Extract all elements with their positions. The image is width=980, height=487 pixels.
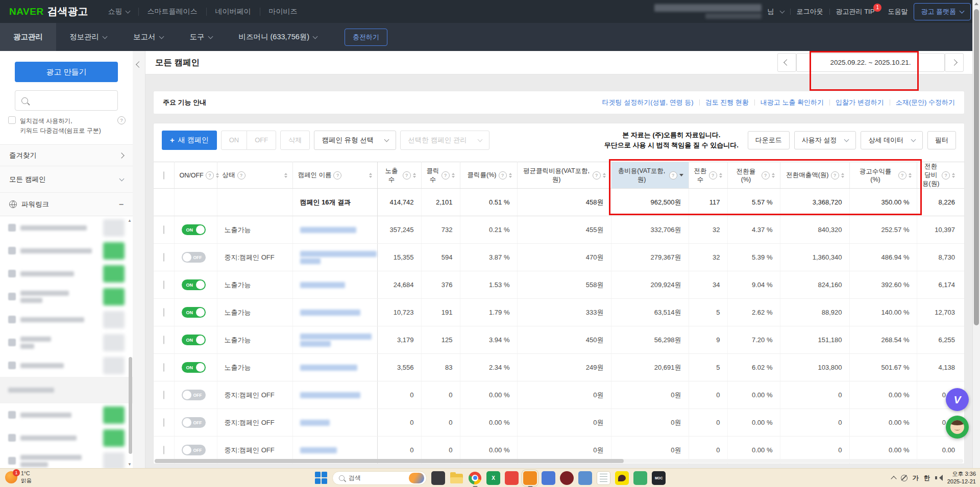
- help-icon[interactable]: ?: [593, 171, 601, 180]
- campaign-toggle-redacted[interactable]: [103, 219, 125, 237]
- collapse-minus-icon[interactable]: −: [119, 200, 124, 209]
- onoff-toggle[interactable]: OFF: [182, 417, 206, 428]
- campaign-list-item[interactable]: [0, 403, 133, 426]
- media-red-icon[interactable]: [560, 471, 574, 485]
- help-icon[interactable]: ?: [499, 171, 507, 180]
- feature-link[interactable]: 소재(문안) 수정하기: [896, 98, 955, 107]
- scroll-up-icon[interactable]: ▲: [128, 218, 132, 223]
- sidebar-scrollbar-thumb[interactable]: [129, 357, 132, 454]
- off-button[interactable]: OFF: [247, 131, 276, 150]
- campaign-list-item[interactable]: [0, 354, 133, 377]
- row-checkbox[interactable]: [163, 336, 164, 344]
- row-checkbox[interactable]: [163, 391, 164, 399]
- campaign-toggle-redacted[interactable]: [103, 406, 125, 424]
- help-icon[interactable]: ?: [403, 171, 411, 180]
- menu-item-비즈머니 (633,756원)[interactable]: 비즈머니 (633,756원): [226, 23, 331, 51]
- campaign-toggle-redacted[interactable]: [103, 242, 125, 260]
- sidebar-item-powerlink[interactable]: 파워링크 −: [0, 192, 133, 216]
- help-icon[interactable]: ?: [709, 171, 717, 180]
- campaign-list-item[interactable]: [0, 331, 133, 354]
- select-all-checkbox[interactable]: [163, 171, 164, 180]
- gnb-item-쇼핑[interactable]: 쇼핑: [100, 8, 138, 16]
- help-icon[interactable]: ?: [898, 171, 906, 180]
- help-icon[interactable]: ?: [942, 171, 950, 180]
- logout-link[interactable]: 로그아웃: [797, 7, 823, 16]
- feature-link[interactable]: 내광고 노출 확인하기: [761, 98, 824, 107]
- row-campaign-name-redacted[interactable]: [292, 271, 377, 299]
- chat-widget-v[interactable]: V: [946, 388, 969, 411]
- ad-platform-button[interactable]: 광고 플랫폼: [914, 3, 971, 20]
- row-checkbox[interactable]: [163, 363, 164, 372]
- campaign-toggle-redacted[interactable]: [103, 452, 125, 469]
- help-icon[interactable]: ?: [117, 116, 126, 124]
- ime-han-indicator[interactable]: 한: [924, 474, 930, 482]
- volume-icon[interactable]: [935, 475, 942, 481]
- user-settings-select[interactable]: 사용자 설정: [794, 131, 856, 149]
- new-campaign-button[interactable]: + 새 캠페인: [162, 131, 217, 150]
- row-checkbox[interactable]: [163, 253, 164, 262]
- feature-link[interactable]: 입찰가 변경하기: [836, 98, 884, 107]
- horizontal-scrollbar[interactable]: [155, 459, 963, 463]
- help-icon[interactable]: ?: [669, 171, 677, 180]
- ad-tip-link[interactable]: 광고관리 TIP 1: [836, 7, 882, 16]
- taskbar-search[interactable]: 검색: [332, 471, 427, 485]
- taskbar-weather[interactable]: 1 1°C 맑음: [5, 470, 32, 484]
- row-campaign-name-redacted[interactable]: [292, 381, 377, 409]
- settings-icon[interactable]: [578, 471, 592, 485]
- sort-icon[interactable]: [909, 173, 912, 178]
- gnb-item-네이버페이[interactable]: 네이버페이: [206, 8, 260, 16]
- campaign-toggle-redacted[interactable]: [103, 288, 125, 305]
- on-button[interactable]: ON: [221, 131, 248, 150]
- sort-icon[interactable]: [772, 173, 775, 178]
- menu-item-정보관리[interactable]: 정보관리: [56, 23, 120, 51]
- campaign-toggle-redacted[interactable]: [103, 311, 125, 328]
- pdf-app-icon[interactable]: [505, 471, 519, 485]
- campaign-toggle-redacted[interactable]: [103, 429, 125, 447]
- scrollbar-up-arrow[interactable]: [974, 3, 978, 5]
- onoff-toggle[interactable]: OFF: [182, 252, 206, 263]
- sort-icon[interactable]: [841, 173, 844, 178]
- page-scrollbar-thumb[interactable]: [974, 9, 979, 325]
- sidebar-item-favorites[interactable]: 즐겨찾기: [0, 144, 133, 166]
- chat-widget-face[interactable]: [946, 416, 969, 439]
- row-campaign-name-redacted[interactable]: [292, 354, 377, 381]
- campaign-group-item[interactable]: [0, 377, 133, 403]
- privacy-eye-icon[interactable]: [901, 475, 908, 481]
- feature-link[interactable]: 검토 진행 현황: [705, 98, 749, 107]
- row-campaign-name-redacted[interactable]: [292, 244, 377, 271]
- sidebar-item-all-campaigns[interactable]: 모든 캠페인: [0, 166, 133, 192]
- row-checkbox[interactable]: [163, 418, 164, 427]
- menu-item-도구[interactable]: 도구: [177, 23, 226, 51]
- row-campaign-name-redacted[interactable]: [292, 409, 377, 437]
- scroll-down-icon[interactable]: ▼: [128, 462, 132, 467]
- file-explorer-icon[interactable]: [450, 471, 463, 485]
- date-range-picker[interactable]: 2025.09.22. ~ 2025.10.21.: [796, 53, 945, 72]
- campaign-list-item[interactable]: [0, 262, 133, 285]
- campaign-toggle-redacted[interactable]: [103, 334, 125, 351]
- sort-icon[interactable]: [216, 173, 219, 178]
- campaign-list-item[interactable]: [0, 308, 133, 331]
- row-checkbox[interactable]: [163, 280, 164, 289]
- feature-link[interactable]: 타겟팅 설정하기(성별, 연령 등): [602, 98, 694, 107]
- campaign-list-item[interactable]: [0, 285, 133, 308]
- campaign-list-item[interactable]: [0, 449, 133, 469]
- date-next-button[interactable]: [945, 53, 964, 72]
- selected-campaign-manage-select[interactable]: 선택한 캠페인 관리: [400, 131, 489, 150]
- taskbar-clock[interactable]: 오후 3:36 2025-12-21: [947, 470, 976, 485]
- onoff-toggle[interactable]: ON: [182, 224, 206, 235]
- charge-button[interactable]: 충전하기: [345, 29, 387, 46]
- menu-item-보고서[interactable]: 보고서: [120, 23, 177, 51]
- campaign-toggle-redacted[interactable]: [103, 265, 125, 283]
- chrome-icon[interactable]: [468, 471, 482, 485]
- user-menu-caret-icon[interactable]: [779, 8, 785, 13]
- menu-item-광고관리[interactable]: 광고관리: [0, 23, 56, 51]
- download-button[interactable]: 다운로드: [748, 131, 790, 149]
- help-icon[interactable]: ?: [762, 171, 770, 180]
- brand-logo[interactable]: NAVER 검색광고: [9, 5, 88, 18]
- sidebar-collapse-strip[interactable]: [133, 51, 145, 469]
- detail-data-select[interactable]: 상세 데이터: [861, 131, 923, 149]
- notes-icon[interactable]: [597, 471, 610, 485]
- excel-icon[interactable]: X: [486, 471, 500, 485]
- campaign-type-select[interactable]: 캠페인 유형 선택: [314, 131, 396, 150]
- help-icon[interactable]: ?: [442, 171, 450, 180]
